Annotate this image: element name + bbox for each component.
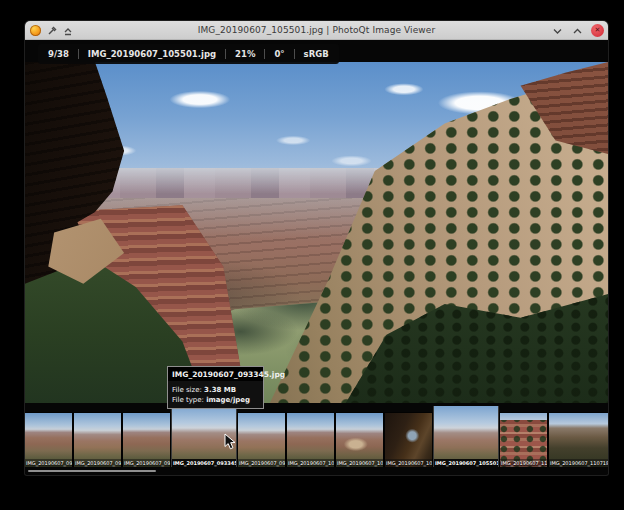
thumbnail-scrollbar[interactable] <box>28 470 156 472</box>
status-divider <box>225 49 226 59</box>
thumbnail-label: IMG_20190607_093036.jpg <box>123 459 170 467</box>
thumbnail-2[interactable]: IMG_20190607_092843.jpg <box>74 413 121 467</box>
thumbnail-tooltip: IMG_20190607_093345.jpg File size: 3.38 … <box>167 366 264 409</box>
photoqt-window: IMG_20190607_105501.jpg | PhotoQt Image … <box>25 21 608 475</box>
file-type-value: image/jpeg <box>206 396 250 404</box>
thumbnail-strip: IMG_20190607_092834.jpg IMG_20190607_092… <box>25 406 608 467</box>
tooltip-filename: IMG_20190607_093345.jpg <box>168 367 263 381</box>
status-divider <box>78 49 79 59</box>
window-titlebar[interactable]: IMG_20190607_105501.jpg | PhotoQt Image … <box>25 21 608 40</box>
status-color-profile: sRGB <box>304 49 329 59</box>
thumbnail-label: IMG_20190607_104711.jpg <box>287 459 334 467</box>
thumbnail-label: IMG_20190607_093345.jpg <box>172 459 236 467</box>
maximize-button[interactable] <box>571 24 584 37</box>
thumbnail-6[interactable]: IMG_20190607_104711.jpg <box>287 413 334 467</box>
mouse-cursor-icon <box>224 433 237 450</box>
file-size-value: 3.38 MB <box>204 386 236 394</box>
status-rotation: 0° <box>274 49 284 59</box>
thumbnail-8[interactable]: IMG_20190607_105146.jpg <box>385 413 432 467</box>
tooltip-file-type-row: File type: image/jpeg <box>172 395 259 405</box>
thumbnail-11[interactable]: IMG_20190607_110718.jpg <box>549 413 608 467</box>
thumbnail-label: IMG_20190607_110718.jpg <box>549 459 608 467</box>
thumbnail-label: IMG_20190607_105146.jpg <box>385 459 432 467</box>
window-title: IMG_20190607_105501.jpg | PhotoQt Image … <box>25 25 608 35</box>
main-image-grand-canyon[interactable] <box>25 62 608 403</box>
minimize-button[interactable] <box>551 24 564 37</box>
thumbnail-label: IMG_20190607_105501.jpg <box>434 459 498 467</box>
app-icon <box>30 25 41 36</box>
status-divider <box>264 49 265 59</box>
status-bar: 9/38 IMG_20190607_105501.jpg 21% 0° sRGB <box>38 44 339 64</box>
thumbnail-label: IMG_20190607_092843.jpg <box>74 459 121 467</box>
thumbnail-3[interactable]: IMG_20190607_093036.jpg <box>123 413 170 467</box>
close-icon: ✕ <box>595 27 601 34</box>
thumbnail-1[interactable]: IMG_20190607_092834.jpg <box>25 413 72 467</box>
thumbnail-9-current[interactable]: IMG_20190607_105501.jpg <box>434 406 498 467</box>
thumbnail-label: IMG_20190607_110715.jpg <box>500 459 547 467</box>
tooltip-file-size-row: File size: 3.38 MB <box>172 385 259 395</box>
pin-icon[interactable] <box>47 26 57 36</box>
status-divider <box>294 49 295 59</box>
status-position: 9/38 <box>48 49 69 59</box>
thumbnail-5[interactable]: IMG_20190607_093348.jpg <box>238 413 285 467</box>
thumbnail-label: IMG_20190607_093348.jpg <box>238 459 285 467</box>
thumbnail-label: IMG_20190607_092834.jpg <box>25 459 72 467</box>
status-zoom: 21% <box>235 49 255 59</box>
close-button[interactable]: ✕ <box>591 24 604 37</box>
file-type-label: File type: <box>172 396 204 404</box>
viewer-content: 9/38 IMG_20190607_105501.jpg 21% 0° sRGB… <box>25 40 608 474</box>
status-filename: IMG_20190607_105501.jpg <box>88 49 216 59</box>
thumbnail-label: IMG_20190607_104830.jpg <box>336 459 383 467</box>
file-size-label: File size: <box>172 386 202 394</box>
keep-above-icon[interactable] <box>63 26 73 36</box>
thumbnail-10[interactable]: IMG_20190607_110715.jpg <box>500 413 547 467</box>
thumbnail-7[interactable]: IMG_20190607_104830.jpg <box>336 413 383 467</box>
